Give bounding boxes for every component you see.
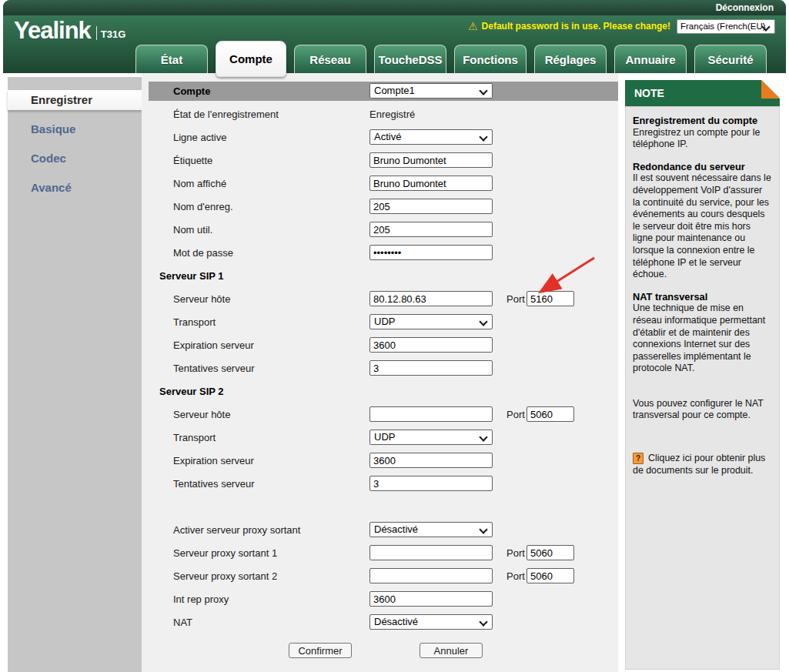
- folded-corner-icon: [757, 80, 780, 103]
- sip2-transport-row: Transport UDP: [142, 426, 618, 449]
- proxy1-port-input[interactable]: [527, 545, 574, 560]
- nat-row: NAT Désactivé: [142, 610, 618, 634]
- action-buttons: Confirmer Annuler: [142, 643, 618, 660]
- brand-logo: Yealink T31G: [14, 20, 125, 42]
- nom-util-row: Nom util.: [142, 218, 618, 241]
- chevron-down-icon: [479, 86, 487, 95]
- note-text-3: Une technique de mise en réseau informat…: [633, 303, 772, 375]
- chevron-down-icon: [479, 433, 487, 441]
- sip2-tentatives-input[interactable]: [369, 476, 493, 491]
- tab-fonctions[interactable]: Fonctions: [454, 45, 527, 73]
- account-select[interactable]: Compte1: [369, 83, 493, 99]
- port-label: Port: [506, 293, 525, 305]
- brand-name: Yealink: [14, 20, 91, 42]
- sip2-tentatives-row: Tentatives serveur: [142, 472, 618, 495]
- note-heading-3: NAT transversal: [633, 291, 772, 303]
- password-warning: ⚠ Default password is in use. Please cha…: [468, 21, 670, 32]
- mot-de-passe-input[interactable]: [369, 245, 493, 260]
- chevron-down-icon: [479, 525, 487, 533]
- note-title: NOTE: [634, 87, 664, 99]
- sip1-expiration-input[interactable]: [369, 337, 493, 353]
- main-content: Compte Compte1 État de l'enregistrement …: [142, 73, 618, 672]
- sip2-port-input[interactable]: [527, 406, 574, 422]
- ligne-active-row: Ligne active Activé: [142, 125, 618, 149]
- note-heading-2: Redondance du serveur: [633, 161, 772, 173]
- spacer-row: [142, 495, 618, 518]
- sip1-serveur-hote-input[interactable]: [369, 291, 493, 306]
- sidebar-item-basique[interactable]: Basique: [8, 119, 142, 139]
- warning-icon: ⚠: [468, 21, 478, 32]
- nom-enreg-input[interactable]: [369, 199, 493, 214]
- sidebar-item-avance[interactable]: Avancé: [8, 178, 142, 198]
- nat-select[interactable]: Désactivé: [369, 614, 493, 630]
- chevron-down-icon: [479, 132, 487, 141]
- sidebar-item-enregistrer[interactable]: Enregistrer: [8, 90, 142, 110]
- header: Déconnexion Yealink T31G ⚠ Default passw…: [3, 0, 786, 73]
- port-label: Port: [506, 547, 525, 559]
- nom-affiche-input[interactable]: [369, 176, 493, 191]
- etiquette-row: Étiquette: [142, 149, 618, 172]
- note-tip-text[interactable]: Cliquez ici pour obtenir plus de documen…: [633, 453, 765, 476]
- sip2-transport-select[interactable]: UDP: [369, 430, 493, 445]
- nom-affiche-row: Nom affiché: [142, 172, 618, 195]
- note-extra-text: Vous pouvez configurer le NAT transversa…: [633, 398, 772, 422]
- int-rep-proxy-row: Int rep proxy: [142, 587, 618, 610]
- sip2-expiration-input[interactable]: [369, 453, 493, 468]
- sip1-transport-row: Transport UDP: [142, 310, 618, 333]
- warning-text: Default password is in use. Please chang…: [482, 21, 670, 32]
- help-doc-icon[interactable]: ?: [633, 453, 644, 464]
- language-select[interactable]: Français (French(EU): [677, 19, 775, 34]
- tab-compte[interactable]: Compte: [216, 41, 286, 77]
- tab-bar: État Compte Réseau ToucheDSS Fonctions R…: [135, 36, 767, 73]
- proxy-sortant-1-input[interactable]: [369, 545, 493, 560]
- sip1-expiration-row: Expiration serveur: [142, 333, 618, 356]
- tab-touchedss[interactable]: ToucheDSS: [374, 45, 446, 73]
- port-label: Port: [506, 570, 525, 582]
- chevron-down-icon: [479, 317, 487, 326]
- sip1-transport-select[interactable]: UDP: [369, 314, 493, 329]
- proxy-sortant-1-row: Serveur proxy sortant 1 Port: [142, 541, 618, 564]
- int-rep-proxy-input[interactable]: [369, 591, 493, 607]
- sidebar: Enregistrer Basique Codec Avancé: [8, 77, 142, 672]
- note-text-2: Il est souvent nécessaire dans le dévelo…: [633, 172, 772, 280]
- section-serveur-sip-2: Serveur SIP 2: [142, 379, 618, 403]
- sip2-serveur-hote-input[interactable]: [369, 406, 493, 422]
- chevron-down-icon: [479, 617, 487, 626]
- confirm-button[interactable]: Confirmer: [289, 643, 352, 658]
- registration-status-value: Enregistré: [369, 109, 415, 120]
- nom-enreg-row: Nom d'enreg.: [142, 195, 618, 218]
- tab-securite[interactable]: Sécurité: [694, 45, 767, 73]
- note-text-1: Enregistrez un compte pour le téléphone …: [633, 127, 772, 151]
- cancel-button[interactable]: Annuler: [420, 643, 483, 658]
- etiquette-input[interactable]: [369, 152, 493, 168]
- account-header-row: Compte Compte1: [149, 82, 618, 101]
- note-heading-1: Enregistrement du compte: [633, 115, 772, 127]
- logo-divider: [96, 26, 97, 40]
- sip2-expiration-row: Expiration serveur: [142, 449, 618, 472]
- page: Déconnexion Yealink T31G ⚠ Default passw…: [0, 0, 789, 672]
- ligne-active-select[interactable]: Activé: [369, 129, 493, 145]
- proxy2-port-input[interactable]: [527, 568, 574, 583]
- proxy-sortant-enable-select[interactable]: Désactivé: [369, 522, 493, 537]
- model-name: T31G: [101, 28, 126, 42]
- note-panel: Enregistrement du compte Enregistrez un …: [625, 106, 780, 670]
- sip1-tentatives-row: Tentatives serveur: [142, 356, 618, 379]
- proxy-sortant-enable-row: Activer serveur proxy sortant Désactivé: [142, 518, 618, 541]
- form-rows: État de l'enregistrement Enregistré Lign…: [142, 102, 618, 634]
- tab-reglages[interactable]: Réglages: [534, 45, 607, 73]
- sidebar-item-codec[interactable]: Codec: [8, 149, 142, 169]
- port-label: Port: [506, 409, 525, 420]
- account-select-value: Compte1: [374, 85, 415, 96]
- tab-etat[interactable]: État: [135, 45, 208, 73]
- proxy-sortant-2-row: Serveur proxy sortant 2 Port: [142, 564, 618, 587]
- top-strip: Déconnexion: [3, 0, 786, 15]
- sip1-tentatives-input[interactable]: [369, 360, 493, 376]
- annotation-arrow: [530, 252, 600, 300]
- proxy-sortant-2-input[interactable]: [369, 568, 493, 583]
- tab-annuaire[interactable]: Annuaire: [614, 45, 687, 73]
- registration-status-row: État de l'enregistrement Enregistré: [142, 102, 618, 125]
- account-label: Compte: [173, 85, 210, 97]
- nom-util-input[interactable]: [369, 222, 493, 237]
- logout-link[interactable]: Déconnexion: [716, 2, 774, 13]
- tab-reseau[interactable]: Réseau: [294, 45, 366, 73]
